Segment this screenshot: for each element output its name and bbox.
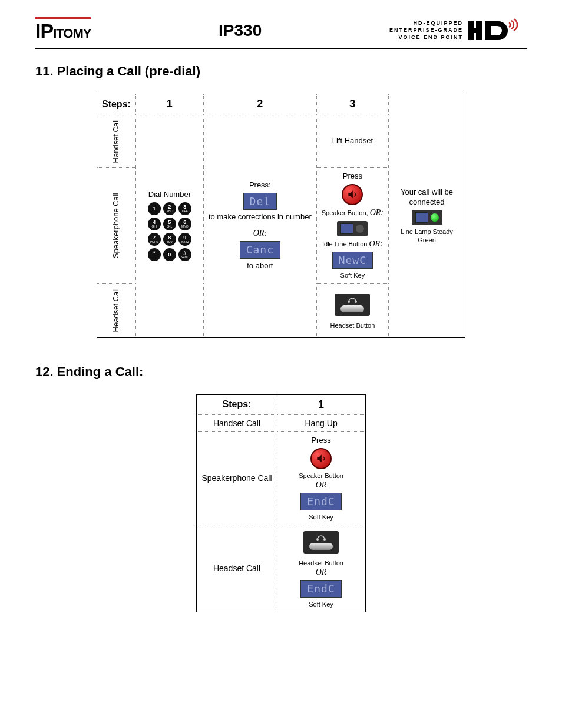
or-3: OR: [282, 480, 361, 490]
row-handset: Handset Call: [97, 114, 135, 168]
headset-button-icon: [335, 294, 370, 316]
tagline-1: HD-EQUIPPED: [389, 20, 463, 27]
logo-itomy: ITOMY: [53, 26, 91, 41]
lift-handset-cell: Lift Handset: [316, 114, 388, 168]
row-speaker: Speakerphone Call: [97, 168, 135, 284]
tagline: HD-EQUIPPED ENTERPRISE-GRADE VOICE END P…: [389, 20, 463, 41]
keypad-key: 6MNO: [178, 218, 191, 230]
step-1: 1: [135, 94, 203, 114]
headset-end-cell: Headset Button OR EndC Soft Key: [277, 525, 365, 612]
tagline-3: VOICE END POINT: [389, 34, 463, 41]
result-cell: Your call will be connected Line Lamp St…: [389, 94, 465, 338]
row-headset: Headset Call: [97, 284, 135, 337]
del-softkey-icon: Del: [243, 193, 277, 210]
canc-softkey-icon: Canc: [240, 241, 280, 258]
endc-softkey-icon-2: EndC: [300, 580, 341, 597]
hangup-cell: Hang Up: [277, 414, 365, 431]
keypad-key: 0: [163, 248, 176, 261]
table-12-wrap: Steps: 1 Handset Call Hang Up Speakerpho…: [35, 394, 527, 612]
keypad-key: *.: [148, 248, 161, 261]
endc-softkey-icon: EndC: [300, 493, 341, 510]
press-label: Press:: [209, 180, 312, 190]
step-2: 2: [203, 94, 316, 114]
lamp-label: Line Lamp Steady Green: [394, 228, 460, 245]
speaker-button-icon: [342, 184, 363, 205]
corrections-cell: Press: Del to make corrections in number…: [203, 114, 316, 338]
header-right: HD-EQUIPPED ENTERPRISE-GRADE VOICE END P…: [389, 18, 527, 44]
tagline-2: ENTERPRISE-GRADE: [389, 27, 463, 34]
or-label: OR:: [209, 228, 312, 239]
abort-label: to abort: [209, 261, 312, 271]
headset-cell: Headset Button: [316, 284, 388, 337]
step-1b: 1: [277, 394, 365, 414]
keypad-key: 5JKL: [163, 218, 176, 230]
or-2: OR:: [369, 239, 382, 248]
model-number: IP330: [219, 21, 262, 40]
speaker-button-label: Speaker Button,: [322, 209, 368, 216]
correct-label: to make corrections in number: [209, 212, 312, 222]
placing-call-table: Steps: 1 2 3 Your call will be connected…: [97, 94, 465, 338]
line-lamp-green-icon: [412, 210, 442, 225]
logo-ip: IP: [35, 19, 53, 42]
svg-point-5: [355, 301, 357, 303]
press-label-3: Press: [282, 436, 361, 446]
idle-line-button-icon: [337, 221, 368, 236]
svg-point-7: [323, 538, 326, 541]
or-4: OR: [282, 567, 361, 578]
keypad-key: 9WXYZ: [178, 233, 191, 246]
keypad-icon: 12ABC3DEF4GHI5JKL6MNO7PQRS8TUV9WXYZ*.0#S…: [148, 202, 191, 261]
keypad-key: 2ABC: [163, 202, 176, 215]
or-1: OR:: [370, 208, 384, 217]
hd-logo: [468, 18, 527, 44]
row-speaker-2: Speakerphone Call: [197, 431, 277, 525]
speaker-end-cell: Press Speaker Button OR EndC Soft Key: [277, 431, 365, 525]
step-3: 3: [316, 94, 388, 114]
row-handset-2: Handset Call: [197, 414, 277, 431]
headset-button-label-2: Headset Button: [282, 559, 361, 567]
press-label-2: Press: [322, 172, 384, 182]
dial-number-label: Dial Number: [141, 190, 199, 200]
softkey-label: Soft Key: [322, 271, 384, 279]
keypad-key: 8TUV: [163, 233, 176, 246]
dial-cell: Dial Number 12ABC3DEF4GHI5JKL6MNO7PQRS8T…: [135, 114, 203, 338]
svg-rect-2: [468, 28, 482, 33]
steps-label: Steps:: [97, 94, 135, 114]
speaker-button-icon-2: [310, 448, 332, 469]
headset-button-label: Headset Button: [322, 321, 384, 330]
keypad-key: 7PQRS: [148, 233, 161, 246]
section-12-title: 12. Ending a Call:: [35, 364, 527, 380]
keypad-key: #SEND: [178, 248, 191, 261]
headset-button-icon-2: [303, 531, 339, 554]
steps-label-2: Steps:: [197, 394, 277, 414]
keypad-key: 4GHI: [148, 218, 161, 230]
speaker-button-label-2: Speaker Button: [282, 472, 361, 480]
svg-point-6: [316, 538, 319, 541]
svg-point-4: [348, 301, 350, 303]
ending-call-table: Steps: 1 Handset Call Hang Up Speakerpho…: [196, 394, 365, 612]
connected-text: Your call will be connected: [394, 187, 460, 207]
keypad-key: 3DEF: [178, 202, 191, 215]
keypad-key: 1: [148, 202, 161, 215]
softkey-label-3: Soft Key: [282, 600, 361, 608]
row-headset-2: Headset Call: [197, 525, 277, 612]
section-11-title: 11. Placing a Call (pre-dial): [35, 64, 527, 79]
newc-softkey-icon: NewC: [332, 252, 373, 269]
ipitomy-logo: IPITOMY: [35, 19, 91, 42]
speaker-options-cell: Press Speaker Button, OR: Idle Line Butt…: [316, 168, 388, 284]
page-header: IPITOMY IP330 HD-EQUIPPED ENTERPRISE-GRA…: [35, 18, 527, 49]
table-11-wrap: Steps: 1 2 3 Your call will be connected…: [35, 94, 527, 338]
lift-handset-label: Lift Handset: [322, 136, 384, 146]
softkey-label-2: Soft Key: [282, 513, 361, 521]
idle-line-label: Idle Line Button: [322, 241, 367, 248]
